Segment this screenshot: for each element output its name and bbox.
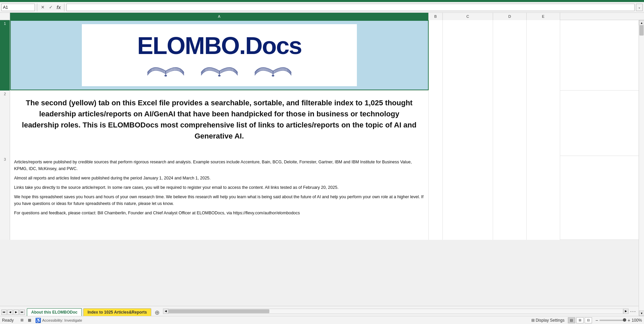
main-area: 1 ELOMBO.Docs [0,20,644,316]
col-header-a[interactable]: A [10,13,429,20]
display-settings-icon: ⊞ [531,318,535,323]
display-settings-button[interactable]: ⊞ Display Settings [531,318,565,323]
cell-rest-1 [560,20,639,90]
cell-c2 [443,91,493,156]
confirm-icon[interactable]: ✓ [47,4,54,11]
function-icon[interactable]: fx [55,4,62,11]
tab-options-ellipsis[interactable]: ⋯ [630,308,636,315]
cell-d3 [493,156,527,240]
cell-e3 [527,156,560,240]
svg-point-3 [218,74,220,76]
detail-para-2: Almost all reports and articles listed w… [14,175,424,181]
row-num-1: 1 [0,20,10,91]
sheet-tab-about[interactable]: About this ELOMBODoc [27,308,82,316]
cell-a2-description: The second (yellow) tab on this Excel fi… [10,91,429,156]
zoom-label: 100% [632,318,642,323]
cell-c1 [443,20,493,91]
row-num-2: 2 [0,91,10,156]
formula-divider [37,3,37,11]
accessibility-icon: ♿ [35,318,41,323]
cancel-icon[interactable]: ✕ [39,4,46,11]
tab-right-options: ⋯ [630,308,639,315]
book-svg-1 [142,60,189,77]
cell-a1-logo: ELOMBO.Docs [10,20,429,90]
detail-para-5: For questions and feedback, please conta… [14,210,424,216]
cell-d1 [493,20,527,91]
status-right-area: ⊞ Display Settings ▤ ⊞ ⊟ − + 100% [531,317,642,323]
zoom-area[interactable]: − + 100% [595,318,642,323]
zoom-out-icon[interactable]: − [595,318,598,323]
add-sheet-button[interactable]: ⊕ [153,309,162,316]
page-layout-icon[interactable]: ⊞ [19,317,25,323]
col-header-d[interactable]: D [493,13,527,20]
cell-b2 [429,91,443,156]
cell-e1 [527,20,560,91]
tab-nav-last[interactable]: ⏭ [19,310,25,315]
row-2: 2 The second (yellow) tab on this Excel … [0,91,639,156]
logo-inner: ELOMBO.Docs [82,24,357,86]
spreadsheet-rows: 1 ELOMBO.Docs [0,20,639,306]
hscroll-left-btn[interactable]: ◀ [163,309,168,314]
vscroll-up-btn[interactable]: ▲ [639,20,644,25]
display-settings-label: Display Settings [536,318,565,323]
tab-nav-next[interactable]: ▶ [13,310,19,315]
normal-view-icon[interactable]: ▤ [568,317,575,323]
hscroll-track[interactable] [168,309,623,314]
formula-icons: ✕ ✓ fx [39,4,62,11]
column-headers: A B C D E [0,13,644,20]
cell-b3 [429,156,443,240]
detail-para-1: Articles/reports were published by credi… [14,159,424,172]
accessibility-area[interactable]: ♿ Accessibility: Investigate [35,318,82,323]
col-header-b[interactable]: B [429,13,443,20]
col-header-rest [560,13,644,20]
hscroll-area[interactable]: ◀ ▶ [162,306,630,316]
cell-c3 [443,156,493,240]
tab-nav-first[interactable]: ⏮ [1,310,7,315]
svg-point-1 [164,74,167,76]
tab-nav-area: ⏮ ◀ ▶ ⏭ [1,308,25,316]
row-3: 3 Articles/reports were published by cre… [0,156,639,240]
detail-para-4: We hope this spreadsheet saves you hours… [14,194,424,207]
cell-d2 [493,91,527,156]
zoom-slider[interactable] [599,320,626,321]
zoom-in-icon[interactable]: + [628,318,630,323]
view-icons-group: ▤ ⊞ ⊟ [568,317,592,323]
col-header-c[interactable]: C [443,13,493,20]
vscroll-track[interactable] [639,25,644,311]
vertical-scrollbar[interactable]: ▲ ▼ [639,20,644,316]
vscroll-down-btn[interactable]: ▼ [639,311,644,316]
cells-column: 1 ELOMBO.Docs [0,20,639,316]
page-break-view-icon[interactable]: ⊟ [585,317,592,323]
logo-text: ELOMBO.Docs [137,34,302,58]
cell-e2 [527,91,560,156]
detail-para-3: Links take you directly to the source ar… [14,184,424,191]
page-layout-view-icon[interactable]: ⊞ [576,317,584,323]
logo-books [142,60,297,77]
zoom-thumb [623,318,626,322]
book-svg-3 [250,60,297,77]
sheet-tabs-section: ⏮ ◀ ▶ ⏭ About this ELOMBODoc Index to 10… [0,306,162,316]
row-num-corner [0,13,10,20]
cell-rest-2 [560,91,639,156]
status-bar: Ready ⊞ ▦ ♿ Accessibility: Investigate ⊞… [0,316,644,324]
status-icons: ⊞ ▦ [19,317,33,323]
cell-b1 [429,20,443,91]
name-box[interactable]: A1 [1,4,35,11]
formula-expand-icon[interactable]: ⌄ [636,4,643,11]
col-header-e[interactable]: E [527,13,560,20]
accessibility-text: Accessibility: Investigate [42,318,82,322]
tab-nav-prev[interactable]: ◀ [7,310,13,315]
sheet-tab-index[interactable]: Index to 1025 Articles&Reports [83,308,151,316]
svg-point-5 [272,74,274,76]
cell-mode-icon[interactable]: ▦ [26,317,33,323]
formula-input[interactable] [66,4,635,11]
cells-and-right: 1 ELOMBO.Docs [0,20,644,316]
hscroll-thumb [169,309,269,313]
status-ready-text: Ready [2,318,14,323]
book-svg-2 [196,60,243,77]
hscroll-right-btn[interactable]: ▶ [623,309,629,314]
formula-divider-2 [64,3,64,11]
full-bottom-bar: ⏮ ◀ ▶ ⏭ About this ELOMBODoc Index to 10… [0,306,639,316]
cell-a3-details: Articles/reports were published by credi… [10,156,429,240]
formula-bar: A1 ✕ ✓ fx ⌄ [0,2,644,13]
